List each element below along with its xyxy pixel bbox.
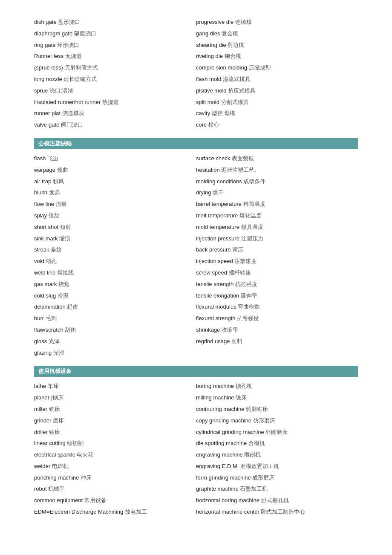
term-en: graphite machine: [196, 486, 239, 492]
term-zh: 成型条件: [243, 178, 265, 185]
term-zh: 浇口;溶渣: [49, 87, 73, 94]
list-item: riveting die 铆合模: [196, 51, 358, 62]
term-en: mold temperature: [196, 224, 239, 230]
term-zh: 钻床: [49, 429, 60, 435]
list-item: progressive die 连续模: [196, 17, 358, 28]
term-en: flexural strength: [196, 315, 236, 321]
list-item: linear cutting 线切割: [34, 438, 196, 449]
defects-grid: flash 飞边surface check 表面裂痕warpage 翘曲hesi…: [34, 153, 358, 358]
list-item: flash 飞边: [34, 153, 196, 164]
list-item: delamination 起皮: [34, 302, 196, 312]
term-zh: 线切割: [67, 440, 84, 446]
term-zh: 延伸率: [241, 292, 257, 299]
term-zh: 模具温度: [241, 224, 263, 230]
list-item: runner plat 浇道模块: [34, 108, 196, 119]
term-zh: 阀门浇口: [61, 121, 83, 128]
term-zh: 分割式模具: [221, 99, 249, 105]
term-en: weld line: [34, 269, 56, 276]
term-en: flaw/scratch: [34, 327, 63, 333]
term-zh: 注塑压力: [241, 235, 263, 242]
term-zh: 无浇道: [65, 53, 82, 59]
term-en: milling machine: [196, 394, 234, 401]
term-en: electrical sparkle: [34, 451, 75, 458]
list-item: lathe 车床: [34, 381, 196, 392]
term-en: runner plat: [34, 110, 61, 116]
list-item: boring machine 搪孔机: [196, 381, 358, 392]
term-en: form grinding machine: [196, 474, 251, 481]
list-item: tensile elongation 延伸率: [196, 291, 358, 301]
list-item: form grinding machine 成形磨床: [196, 473, 358, 483]
term-en: flash: [34, 155, 46, 162]
list-item: split mold 分割式模具: [196, 97, 358, 108]
term-zh: 收缩率: [222, 327, 238, 333]
list-item: flaw/scratch 刮伤: [34, 325, 196, 335]
term-en: cavity: [196, 110, 210, 116]
list-item: core 模心: [196, 120, 358, 130]
term-en: gang dies: [196, 30, 220, 37]
term-en: melt temperature: [196, 212, 238, 219]
list-item: Runner less 无浇道: [34, 51, 196, 62]
term-en: long nozzle: [34, 76, 62, 82]
list-item: horizontal machine center 卧式加工制造中心: [196, 507, 358, 517]
term-zh: 冷斑: [58, 292, 69, 299]
term-en: tensile elongation: [196, 292, 239, 299]
term-zh: 发赤: [49, 189, 60, 196]
term-en: riveting die: [196, 53, 223, 59]
defects-header: 公模注塑缺陷: [34, 138, 358, 149]
list-item: weld line 熔接线: [34, 268, 196, 278]
list-item: contouring machine 轮廓锯床: [196, 404, 358, 415]
term-zh: 延长喷嘴方式: [63, 76, 97, 82]
term-zh: 翘曲: [57, 167, 68, 173]
term-zh: 表面裂痕: [232, 155, 254, 162]
list-item: welder 电焊机: [34, 461, 196, 472]
list-item: graphite machine 石墨加工机: [196, 484, 358, 494]
term-en: core: [196, 121, 207, 128]
term-en: flexural modulus: [196, 304, 236, 310]
term-en: welder: [34, 463, 50, 469]
list-item: (sprue less) 无射料管方式: [34, 63, 196, 73]
list-item: injection speed 注塑速度: [196, 256, 358, 267]
term-en: engraving E.D.M.: [196, 463, 239, 469]
term-zh: 常用设备: [84, 497, 107, 503]
term-zh: 溢流式模具: [223, 76, 251, 82]
list-item: injection pressure 注塑压力: [196, 234, 358, 244]
list-item: cold slug 冷斑: [34, 291, 196, 301]
list-item: shearing die 剪边模: [196, 40, 358, 51]
list-item: engraving machine 雕刻机: [196, 450, 358, 460]
term-zh: 银纹: [49, 212, 60, 219]
term-en: void: [34, 258, 44, 264]
term-en: sink mark: [34, 235, 58, 242]
term-zh: 抗拉强度: [235, 281, 257, 287]
term-zh: 电焊机: [52, 463, 69, 469]
term-zh: 放电加工: [125, 509, 147, 515]
term-zh: 缩痕: [59, 235, 70, 242]
term-zh: 卧式搪孔机: [261, 497, 289, 503]
term-zh: 复合模: [222, 30, 238, 37]
term-zh: 剪边模: [228, 42, 244, 48]
list-item: sprue 浇口;溶渣: [34, 86, 196, 96]
list-item: dish gate 盘形浇口: [34, 17, 196, 28]
list-item: tensile strength 抗拉强度: [196, 279, 358, 290]
term-zh: 毛刺: [46, 315, 57, 321]
term-zh: 机械手: [48, 486, 65, 492]
term-zh: 雕刻机: [244, 451, 261, 458]
list-item: diaphragm gate 隔膜浇口: [34, 29, 196, 39]
term-en: injection speed: [196, 258, 233, 264]
term-en: horizontal machine center: [196, 509, 259, 515]
term-zh: 条纹: [51, 246, 62, 253]
term-en: lathe: [34, 383, 46, 389]
term-en: split mold: [196, 99, 219, 105]
term-zh: 热浇道: [102, 99, 119, 105]
term-en: die spotting machine: [196, 440, 247, 446]
list-item: regrind usage 次料: [196, 336, 358, 347]
list-item: robot 机械手: [34, 484, 196, 494]
list-item: long nozzle 延长喷嘴方式: [34, 74, 196, 85]
term-en: horizontal boring machine: [196, 497, 259, 503]
list-item: gas mark 烧焦: [34, 279, 196, 290]
list-item: cavity 型控 母模: [196, 108, 358, 119]
term-zh: 烧焦: [58, 281, 69, 287]
term-en: dish gate: [34, 19, 57, 25]
list-item: punching machine 冲床: [34, 473, 196, 483]
term-zh: 缩孔: [46, 258, 57, 264]
term-zh: 成形磨床: [252, 474, 274, 481]
